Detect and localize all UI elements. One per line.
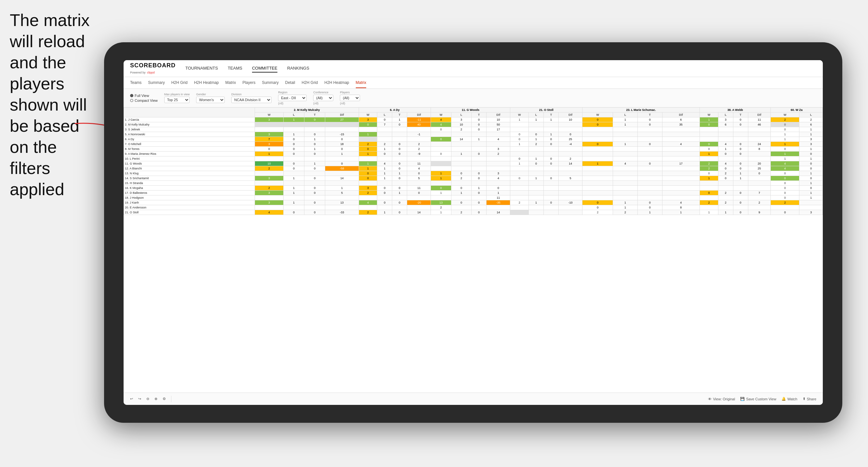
filter-division: Division NCAA Division II <box>231 93 272 103</box>
region-select[interactable]: East - DII <box>278 95 307 101</box>
table-row: 12. A Bianchi 200-58 1104 20025 40 <box>124 166 823 171</box>
toolbar-separator <box>171 396 172 402</box>
filter-conference: Conference (All) (All) <box>313 91 333 105</box>
table-row: 16. K Mcgaha 2101 30011 0010 00 <box>124 186 823 191</box>
subnav-teams[interactable]: Teams <box>130 78 142 88</box>
col-header-60: 60. W Za <box>771 107 823 113</box>
filter-max-players: Max players in view Top 25 <box>164 93 190 103</box>
subnav-h2h-grid2[interactable]: H2H Grid <box>302 78 318 88</box>
settings-button[interactable]: ⚙ <box>163 397 166 401</box>
table-row: 2. M Kelly Mulcahy 07040 410050 01035 06… <box>124 122 823 127</box>
view-original-button[interactable]: 👁 View: Original <box>708 397 735 401</box>
col-2-l: L <box>283 113 304 117</box>
col-2-t: T <box>304 113 325 117</box>
table-row: 7. O Mitchell 30018 2202 120-4 0104 0402… <box>124 142 823 147</box>
table-row: 15. H Stranda 01 <box>124 181 823 186</box>
subnav-players[interactable]: Players <box>242 78 255 88</box>
main-content[interactable]: 2. M Kelly Mulcahy 6. A Dy 11. G Woods 2… <box>124 107 823 393</box>
col-2-w: W <box>255 113 283 117</box>
zoom-in-button[interactable]: ⊕ <box>154 397 157 401</box>
table-row: 6. A Dy 7010 01414 01025 13 <box>124 137 823 142</box>
nav-rankings[interactable]: RANKINGS <box>287 64 309 72</box>
bottom-toolbar: ↩ ↪ ⊖ ⊕ ⚙ 👁 View: Original 💾 Save Custom… <box>124 393 823 405</box>
subnav-h2h-grid[interactable]: H2H Grid <box>172 78 188 88</box>
radio-compact-view[interactable]: Compact View <box>130 98 158 102</box>
logo-area: SCOREBOARD Powered by clippd <box>130 62 176 75</box>
col-header-11: 11. G Woods <box>431 107 510 113</box>
sub-nav: Teams Summary H2H Grid H2H Heatmap Matri… <box>124 77 823 89</box>
filter-players: Players (All) (All) <box>340 91 360 105</box>
table-row: 19. J Kanh 31013 400-20 1300-35 210-10 0… <box>124 200 823 205</box>
toolbar-right: 👁 View: Original 💾 Save Custom View 🔔 Wa… <box>708 397 816 401</box>
table-row: 13. N Klug 0110 1003 0210 01 <box>124 171 823 176</box>
annotation-text: The matrix will reload and the players s… <box>10 10 101 200</box>
subnav-h2h-heatmap[interactable]: H2H Heatmap <box>194 78 219 88</box>
nav-links: TOURNAMENTS TEAMS COMMITTEE RANKINGS <box>185 64 309 72</box>
col-header-2: 2. M Kelly Mulcahy <box>255 107 359 113</box>
nav-tournaments[interactable]: TOURNAMENTS <box>185 64 218 72</box>
subnav-summary2[interactable]: Summary <box>262 78 278 88</box>
col-header-6: 6. A Dy <box>359 107 431 113</box>
logo-scoreboard: SCOREBOARD <box>130 62 176 69</box>
radio-full-view[interactable]: Full View <box>130 94 158 98</box>
table-row: 14. S Srichantamit 31014 0105 1204 0105 … <box>124 176 823 181</box>
table-row: 8. M Torres 0010 0102 3 0108 01 <box>124 147 823 152</box>
division-select[interactable]: NCAA Division II <box>231 97 272 103</box>
players-select[interactable]: (All) <box>340 95 360 101</box>
undo-button[interactable]: ↩ <box>130 397 133 401</box>
gender-select[interactable]: Women's <box>196 97 225 103</box>
view-options: Full View Compact View <box>130 94 158 102</box>
col-header-21: 21. O Stoll <box>510 107 583 113</box>
col-player <box>124 107 255 117</box>
save-custom-button[interactable]: 💾 Save Custom View <box>740 397 776 401</box>
tablet-screen: SCOREBOARD Powered by clippd TOURNAMENTS… <box>124 60 823 405</box>
share-button[interactable]: ⬆ Share <box>803 397 816 401</box>
max-players-select[interactable]: Top 25 <box>164 97 190 103</box>
table-row: 1. J Garcia 31027 301-11 43010 11110 010… <box>124 117 823 122</box>
table-row: 9. A Maria Jimenez Rios 1001 100-9 0102 … <box>124 152 823 156</box>
conference-select[interactable]: (All) <box>313 95 333 101</box>
subnav-summary[interactable]: Summary <box>148 78 164 88</box>
table-row: 18. J Hodgson 11 01 <box>124 195 823 200</box>
table-row: 17. D Ballesteros 3105 2010 1101 0207 01 <box>124 191 823 195</box>
col-header-23: 23. L Marie Schumac. <box>583 107 700 113</box>
table-row: 10. L Perini 0102 11 <box>124 156 823 161</box>
table-row: 11. G Woods 10010 14011 10014 14017 2402… <box>124 161 823 166</box>
redo-button[interactable]: ↪ <box>138 397 141 401</box>
zoom-out-button[interactable]: ⊖ <box>146 397 149 401</box>
nav-teams[interactable]: TEAMS <box>228 64 242 72</box>
filter-region: Region East - DII (All) <box>278 91 307 105</box>
filter-gender: Gender Women's <box>196 93 225 103</box>
subnav-h2h-heatmap2[interactable]: H2H Heatmap <box>324 78 349 88</box>
table-row: 3. S Jelinek 02017 01 <box>124 127 823 132</box>
radio-full-dot <box>130 94 133 97</box>
table-row: 5. A Nomrowski 310-15 1-1 0010 11 <box>124 132 823 137</box>
table-row: 20. E Andersson 2 0108 <box>124 205 823 210</box>
col-header-38: 38. A Webb <box>700 107 771 113</box>
subnav-detail[interactable]: Detail <box>285 78 295 88</box>
col-2-dif: Dif <box>325 113 359 117</box>
filter-bar: Full View Compact View Max players in vi… <box>124 89 823 107</box>
logo-powered: Powered by clippd <box>130 69 176 75</box>
nav-committee[interactable]: COMMITTEE <box>252 64 277 72</box>
watch-button[interactable]: 🔔 Watch <box>781 397 798 401</box>
table-row: 21. O Stoll 400-33 21014 12014 2211 1109… <box>124 210 823 215</box>
nav-bar: SCOREBOARD Powered by clippd TOURNAMENTS… <box>124 60 823 77</box>
tablet-frame: SCOREBOARD Powered by clippd TOURNAMENTS… <box>104 42 842 423</box>
matrix-table: 2. M Kelly Mulcahy 6. A Dy 11. G Woods 2… <box>124 107 823 215</box>
subnav-matrix2[interactable]: Matrix <box>356 78 367 88</box>
radio-compact-dot <box>130 99 133 102</box>
subnav-matrix[interactable]: Matrix <box>225 78 236 88</box>
